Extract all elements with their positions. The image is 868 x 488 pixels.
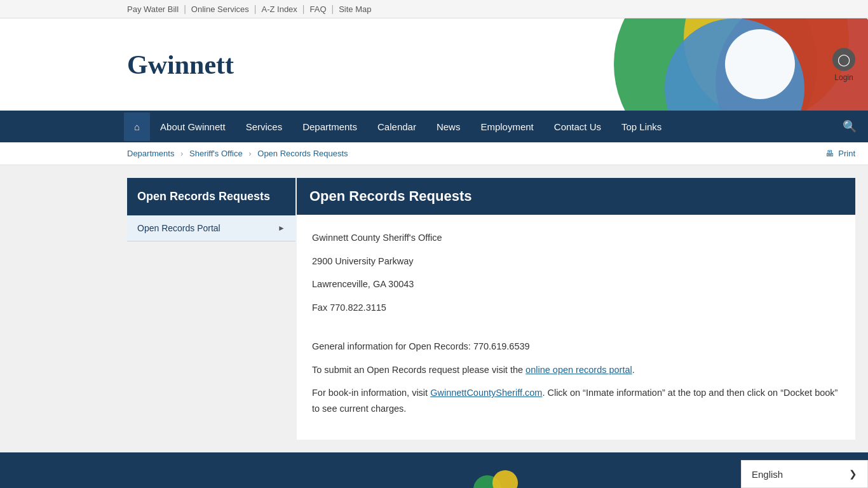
nav-departments[interactable]: Departments [292, 112, 367, 141]
sidebar-arrow-icon: ► [278, 224, 285, 233]
utility-site-map[interactable]: Site Map [339, 4, 371, 14]
nav-calendar[interactable]: Calendar [367, 112, 426, 141]
header-art [499, 18, 868, 111]
utility-az-index[interactable]: A-Z Index [261, 4, 297, 14]
divider2: | [254, 4, 257, 14]
search-button[interactable]: 🔍 [831, 111, 868, 142]
book-prefix: For book-in information, visit [312, 388, 430, 398]
utility-faq[interactable]: FAQ [309, 4, 326, 14]
nav-news[interactable]: News [426, 112, 471, 141]
footer-logo [462, 465, 532, 488]
sidebar-title: Open Records Requests [127, 178, 295, 215]
main-nav: ⌂ About Gwinnett Services Departments Ca… [0, 111, 868, 142]
submit-suffix: . [632, 365, 635, 375]
content-wrapper: Open Records Requests Open Records Porta… [0, 165, 868, 452]
address-line3: Lawrenceville, GA 30043 [312, 276, 840, 292]
nav-employment[interactable]: Employment [470, 112, 543, 141]
print-label: Print [838, 149, 855, 158]
breadcrumb-sep1: › [180, 149, 183, 158]
breadcrumb-departments[interactable]: Departments [127, 149, 174, 158]
sidebar-item-open-records-portal[interactable]: Open Records Portal ► [127, 215, 295, 241]
nav-top-links[interactable]: Top Links [611, 112, 672, 141]
general-info-phone: 770.619.6539 [473, 341, 530, 351]
site-logo[interactable]: Gwinnett [127, 50, 234, 80]
header-circle-svg [499, 18, 868, 111]
print-link[interactable]: 🖶 Print [825, 149, 855, 158]
main-content-heading: Open Records Requests [297, 178, 855, 215]
sidebar: Open Records Requests Open Records Porta… [127, 178, 295, 440]
address-line1: Gwinnett County Sheriff's Office [312, 230, 840, 246]
utility-pay-water[interactable]: Pay Water Bill [127, 4, 179, 14]
breadcrumb: Departments › Sheriff's Office › Open Re… [127, 149, 348, 158]
general-info: General information for Open Records: 77… [312, 339, 840, 355]
submit-prefix: To submit an Open Records request please… [312, 365, 526, 375]
address-line2: 2900 University Parkway [312, 254, 840, 269]
divider4: | [332, 4, 334, 14]
sidebar-item-label: Open Records Portal [137, 223, 220, 233]
breadcrumb-sheriffs-office[interactable]: Sheriff's Office [189, 149, 243, 158]
breadcrumb-sep2: › [248, 149, 251, 158]
divider3: | [302, 4, 305, 14]
nav-home[interactable]: ⌂ [124, 112, 150, 141]
gwinnett-county-sheriff-link[interactable]: GwinnettCountySheriff.com [430, 388, 542, 398]
login-area[interactable]: ◯ Login [832, 48, 855, 81]
login-label: Login [834, 72, 853, 81]
footer-dark: ✉ Contact Us 📰 Signup for Newsletters Fo… [0, 452, 868, 488]
nav-services[interactable]: Services [236, 112, 293, 141]
language-label: English [752, 469, 783, 480]
utility-online-services[interactable]: Online Services [191, 4, 249, 14]
submit-request: To submit an Open Records request please… [312, 362, 840, 378]
book-in-info: For book-in information, visit GwinnettC… [312, 385, 840, 416]
site-header: Gwinnett ◯ Login [0, 18, 868, 111]
breadcrumb-open-records[interactable]: Open Records Requests [257, 149, 348, 158]
language-chevron-icon: ❯ [849, 468, 857, 480]
login-icon: ◯ [832, 48, 855, 71]
utility-bar: Pay Water Bill | Online Services | A-Z I… [0, 0, 868, 18]
open-records-portal-link[interactable]: online open records portal [526, 365, 632, 375]
language-selector[interactable]: English ❯ [741, 460, 868, 488]
main-content-body: Gwinnett County Sheriff's Office 2900 Un… [297, 215, 855, 440]
divider1: | [184, 4, 186, 14]
main-content: Open Records Requests Gwinnett County Sh… [297, 178, 855, 440]
fax-number: Fax 770.822.3115 [312, 300, 840, 316]
nav-contact[interactable]: Contact Us [544, 112, 611, 141]
nav-about[interactable]: About Gwinnett [150, 112, 236, 141]
general-info-prefix: General information for Open Records: [312, 341, 473, 351]
breadcrumb-bar: Departments › Sheriff's Office › Open Re… [0, 142, 868, 165]
print-icon: 🖶 [825, 149, 834, 158]
svg-point-4 [725, 29, 795, 99]
